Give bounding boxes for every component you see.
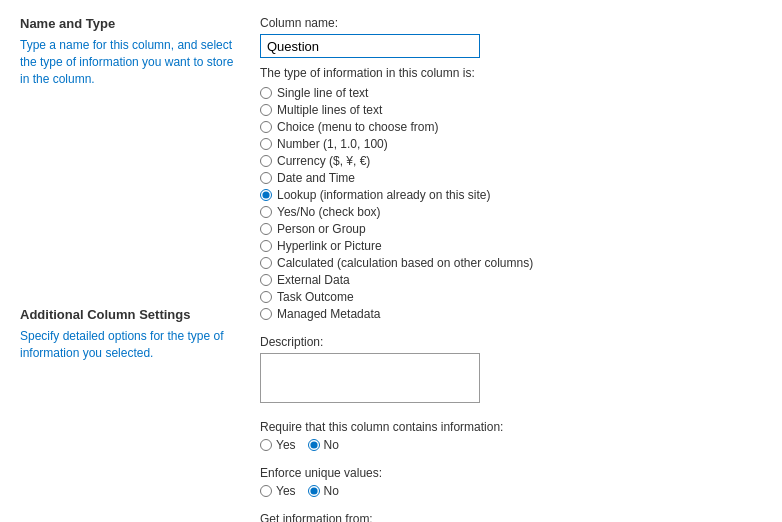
type-option-external: External Data xyxy=(260,273,762,287)
require-no-text: No xyxy=(324,438,339,452)
name-type-title: Name and Type xyxy=(20,16,240,31)
type-radio-yesno[interactable] xyxy=(260,206,272,218)
type-option-task: Task Outcome xyxy=(260,290,762,304)
type-option-choice: Choice (menu to choose from) xyxy=(260,120,762,134)
additional-title: Additional Column Settings xyxy=(20,307,240,322)
type-label-lookup[interactable]: Lookup (information already on this site… xyxy=(277,188,490,202)
require-yes-label[interactable]: Yes xyxy=(260,438,296,452)
type-label-multi[interactable]: Multiple lines of text xyxy=(277,103,382,117)
type-label-datetime[interactable]: Date and Time xyxy=(277,171,355,185)
type-option-calculated: Calculated (calculation based on other c… xyxy=(260,256,762,270)
enforce-no-label[interactable]: No xyxy=(308,484,339,498)
type-radio-single[interactable] xyxy=(260,87,272,99)
type-label-calculated[interactable]: Calculated (calculation based on other c… xyxy=(277,256,533,270)
type-radio-multi[interactable] xyxy=(260,104,272,116)
type-label-task[interactable]: Task Outcome xyxy=(277,290,354,304)
type-radio-number[interactable] xyxy=(260,138,272,150)
type-option-yesno: Yes/No (check box) xyxy=(260,205,762,219)
require-yes-radio[interactable] xyxy=(260,439,272,451)
type-info-label: The type of information in this column i… xyxy=(260,66,762,80)
type-label-hyperlink[interactable]: Hyperlink or Picture xyxy=(277,239,382,253)
column-name-input[interactable] xyxy=(260,34,480,58)
require-no-label[interactable]: No xyxy=(308,438,339,452)
type-label-person[interactable]: Person or Group xyxy=(277,222,366,236)
description-label: Description: xyxy=(260,335,762,349)
type-option-number: Number (1, 1.0, 100) xyxy=(260,137,762,151)
type-option-lookup: Lookup (information already on this site… xyxy=(260,188,762,202)
type-radio-external[interactable] xyxy=(260,274,272,286)
type-label-managed[interactable]: Managed Metadata xyxy=(277,307,380,321)
description-textarea[interactable] xyxy=(260,353,480,403)
type-option-hyperlink: Hyperlink or Picture xyxy=(260,239,762,253)
require-info-radio-group: Yes No xyxy=(260,438,762,452)
type-radio-choice[interactable] xyxy=(260,121,272,133)
enforce-yes-radio[interactable] xyxy=(260,485,272,497)
additional-section: Additional Column Settings Specify detai… xyxy=(20,307,240,362)
type-option-multi: Multiple lines of text xyxy=(260,103,762,117)
type-radio-list: Single line of text Multiple lines of te… xyxy=(260,86,762,321)
right-panel: Column name: The type of information in … xyxy=(260,16,762,522)
type-radio-managed[interactable] xyxy=(260,308,272,320)
enforce-unique-label: Enforce unique values: xyxy=(260,466,762,480)
enforce-unique-radio-group: Yes No xyxy=(260,484,762,498)
get-info-label: Get information from: xyxy=(260,512,762,522)
type-radio-calculated[interactable] xyxy=(260,257,272,269)
type-radio-person[interactable] xyxy=(260,223,272,235)
type-label-single[interactable]: Single line of text xyxy=(277,86,368,100)
type-option-managed: Managed Metadata xyxy=(260,307,762,321)
name-type-desc: Type a name for this column, and select … xyxy=(20,37,240,87)
type-label-yesno[interactable]: Yes/No (check box) xyxy=(277,205,381,219)
type-label-external[interactable]: External Data xyxy=(277,273,350,287)
description-section: Description: xyxy=(260,335,762,406)
type-radio-task[interactable] xyxy=(260,291,272,303)
additional-desc: Specify detailed options for the type of… xyxy=(20,328,240,362)
type-option-datetime: Date and Time xyxy=(260,171,762,185)
left-panel: Name and Type Type a name for this colum… xyxy=(20,16,240,522)
require-no-radio[interactable] xyxy=(308,439,320,451)
type-radio-currency[interactable] xyxy=(260,155,272,167)
type-radio-datetime[interactable] xyxy=(260,172,272,184)
get-info-section: Get information from: List 1 xyxy=(260,512,762,522)
type-label-currency[interactable]: Currency ($, ¥, €) xyxy=(277,154,370,168)
enforce-yes-text: Yes xyxy=(276,484,296,498)
enforce-no-radio[interactable] xyxy=(308,485,320,497)
type-label-choice[interactable]: Choice (menu to choose from) xyxy=(277,120,438,134)
main-layout: Name and Type Type a name for this colum… xyxy=(20,16,762,522)
type-label-number[interactable]: Number (1, 1.0, 100) xyxy=(277,137,388,151)
enforce-unique-section: Enforce unique values: Yes No xyxy=(260,466,762,498)
type-radio-hyperlink[interactable] xyxy=(260,240,272,252)
require-info-label: Require that this column contains inform… xyxy=(260,420,762,434)
require-info-section: Require that this column contains inform… xyxy=(260,420,762,452)
type-option-currency: Currency ($, ¥, €) xyxy=(260,154,762,168)
column-name-label: Column name: xyxy=(260,16,762,30)
type-radio-lookup[interactable] xyxy=(260,189,272,201)
enforce-yes-label[interactable]: Yes xyxy=(260,484,296,498)
require-yes-text: Yes xyxy=(276,438,296,452)
type-option-person: Person or Group xyxy=(260,222,762,236)
enforce-no-text: No xyxy=(324,484,339,498)
type-option-single: Single line of text xyxy=(260,86,762,100)
